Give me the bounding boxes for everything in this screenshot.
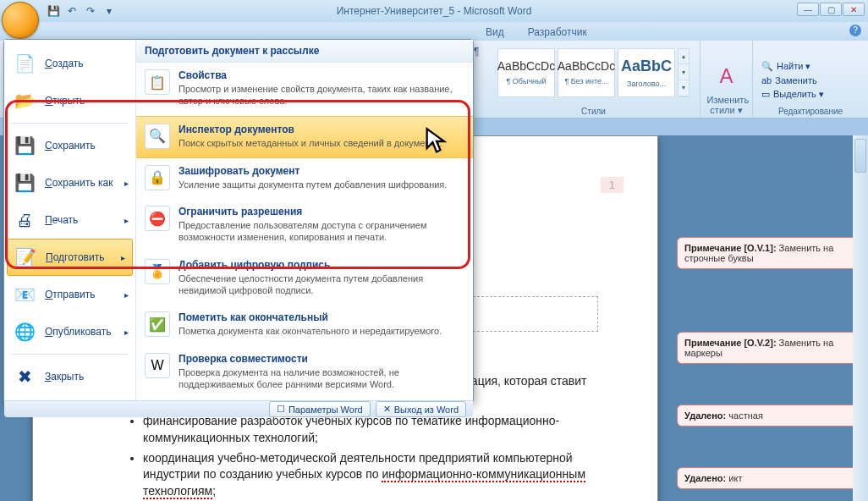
deleted-balloon[interactable]: Удалено: частная: [677, 405, 858, 427]
minimize-button[interactable]: —: [797, 3, 819, 16]
office-menu-item-6[interactable]: 📧Отправить▸: [4, 276, 135, 313]
prepare-item-2[interactable]: 🔒Зашифровать документУсиление защиты док…: [136, 158, 473, 199]
select-icon: ▭: [761, 89, 770, 100]
replace-button[interactable]: abЗаменить: [760, 74, 861, 86]
list-item: финансирование разработок учебных курсов…: [143, 413, 598, 446]
office-menu-item-3[interactable]: 💾Сохранить как▸: [4, 164, 135, 201]
office-menu-item-1[interactable]: 📂Открыть: [4, 82, 135, 119]
prepare-item-0[interactable]: 📋СвойстваПросмотр и изменение свойств до…: [136, 63, 473, 116]
prepare-item-icon: W: [145, 353, 170, 378]
prepare-submenu: 📋СвойстваПросмотр и изменение свойств до…: [136, 63, 473, 400]
prepare-item-icon: ✅: [145, 311, 170, 337]
comment-balloon[interactable]: Примечание [O.V.1]: Заменить на строчные…: [677, 237, 858, 269]
qat-customize-icon[interactable]: ▾: [102, 4, 116, 18]
menu-item-icon: 🖨: [13, 208, 36, 232]
submenu-arrow-icon: ▸: [124, 216, 129, 225]
menu-item-icon: 📂: [13, 89, 36, 113]
submenu-arrow-icon: ▸: [124, 179, 129, 188]
page-number-field: 1: [601, 177, 624, 193]
find-icon: 🔍: [761, 61, 773, 72]
vertical-scrollbar[interactable]: [853, 135, 868, 501]
window-title: Интернет-Университет_5 - Microsoft Word: [337, 5, 532, 17]
prepare-item-icon: 🔍: [145, 124, 170, 149]
prepare-item-4[interactable]: 🏅Добавить цифровую подписьОбеспечение це…: [136, 252, 473, 306]
office-menu-item-0[interactable]: 📄Создать: [4, 45, 135, 82]
style-no-spacing[interactable]: AaBbCcDc¶ Без инте...: [558, 48, 615, 97]
scrollbar-thumb[interactable]: [854, 139, 866, 173]
submenu-arrow-icon: ▸: [124, 328, 129, 337]
bullet-list: финансирование разработок учебных курсов…: [143, 413, 598, 501]
exit-word-button[interactable]: ✕Выход из Word: [376, 401, 466, 417]
styles-scroll[interactable]: ▴▾▾: [678, 48, 689, 97]
menu-item-icon: 📧: [13, 283, 36, 306]
submenu-arrow-icon: ▸: [121, 253, 125, 262]
exit-icon: ✕: [383, 404, 391, 415]
prepare-item-icon: 📋: [145, 69, 170, 95]
help-icon[interactable]: ?: [849, 25, 861, 36]
word-options-button[interactable]: ☐Параметры Word: [269, 401, 371, 417]
menu-item-icon: 📝: [14, 245, 37, 269]
menu-item-icon: 💾: [13, 171, 36, 195]
office-menu-item-7[interactable]: 🌐Опубликовать▸: [4, 313, 135, 350]
style-normal[interactable]: AaBbCcDc¶ Обычный: [497, 48, 555, 97]
menu-item-icon: 🌐: [13, 320, 36, 344]
office-button[interactable]: [2, 2, 39, 39]
deleted-balloon[interactable]: Удалено: икт: [677, 467, 858, 489]
comment-balloons: Примечание [O.V.1]: Заменить на строчные…: [677, 237, 858, 269]
prepare-header: Подготовить документ к рассылке: [136, 40, 473, 63]
style-heading[interactable]: AaBbCЗаголово...: [618, 48, 675, 97]
redo-icon[interactable]: ↷: [84, 4, 97, 18]
prepare-item-1[interactable]: 🔍Инспектор документовПоиск скрытых метад…: [136, 116, 473, 158]
menu-item-icon: 💾: [13, 134, 36, 157]
ribbon-tabs: Вид Разработчик ?: [0, 22, 868, 41]
tab-developer[interactable]: Разработчик: [516, 24, 599, 41]
replace-icon: ab: [761, 75, 772, 85]
styles-group-label: Стили: [487, 107, 700, 116]
close-button[interactable]: ✕: [843, 3, 865, 16]
prepare-item-icon: ⛔: [145, 206, 170, 231]
options-icon: ☐: [277, 404, 285, 415]
office-menu-item-8[interactable]: ✖Закрыть: [4, 358, 135, 395]
prepare-item-6[interactable]: WПроверка совместимостиПроверка документ…: [136, 346, 473, 399]
menu-item-icon: ✖: [13, 365, 36, 388]
quick-access-toolbar: 💾 ↶ ↷ ▾: [47, 4, 116, 18]
paragraph-mark-icon[interactable]: ¶: [474, 41, 487, 118]
prepare-item-5[interactable]: ✅Пометить как окончательныйПометка докум…: [136, 305, 473, 345]
office-menu-left: 📄Создать📂Открыть💾Сохранить💾Сохранить как…: [4, 40, 135, 400]
mouse-cursor-icon: [425, 127, 448, 156]
prepare-item-3[interactable]: ⛔Ограничить разрешенияПредоставление пол…: [136, 199, 473, 252]
save-icon[interactable]: 💾: [47, 4, 60, 18]
office-menu-item-2[interactable]: 💾Сохранить: [4, 127, 135, 164]
comment-balloon[interactable]: Примечание [O.V.2]: Заменить на маркеры: [677, 332, 858, 364]
prepare-item-icon: 🏅: [145, 259, 170, 284]
tab-view[interactable]: Вид: [474, 24, 516, 41]
list-item: координация учебно-методической деятельн…: [143, 450, 598, 500]
prepare-item-icon: 🔒: [145, 165, 170, 190]
menu-item-icon: 📄: [13, 52, 36, 75]
styles-gallery[interactable]: AaBbCcDc¶ Обычный AaBbCcDc¶ Без инте... …: [497, 44, 689, 116]
office-menu-item-4[interactable]: 🖨Печать▸: [4, 201, 135, 239]
office-menu: 📄Создать📂Открыть💾Сохранить💾Сохранить как…: [3, 39, 474, 403]
change-styles-button[interactable]: A Изменить стили ▾: [707, 64, 746, 116]
titlebar: 💾 ↶ ↷ ▾ Интернет-Университет_5 - Microso…: [0, 0, 868, 22]
office-menu-item-5[interactable]: 📝Подготовить▸: [7, 239, 133, 276]
find-button[interactable]: 🔍Найти ▾: [760, 60, 861, 73]
editing-group-label: Редактирование: [753, 107, 868, 116]
undo-icon[interactable]: ↶: [65, 4, 79, 18]
maximize-button[interactable]: ▢: [820, 3, 842, 16]
select-button[interactable]: ▭Выделить ▾: [760, 88, 861, 101]
submenu-arrow-icon: ▸: [124, 290, 129, 300]
